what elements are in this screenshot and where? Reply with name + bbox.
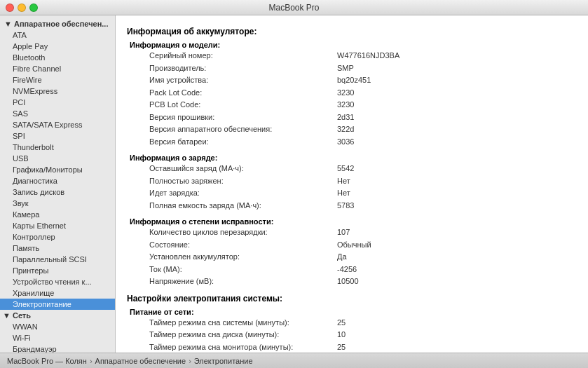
sidebar-item-pci[interactable]: PCI <box>0 97 115 108</box>
model-label-4: PCB Lot Code: <box>127 99 337 111</box>
charge-row-2: Идет зарядка: Нет <box>127 187 577 200</box>
ac-row-0: Таймер режима сна системы (минуты): 25 <box>127 317 577 329</box>
health-value-0: 107 <box>337 226 350 238</box>
sidebar-item-spi[interactable]: SPI <box>0 130 115 142</box>
health-label-4: Напряжение (мВ): <box>127 275 337 287</box>
sidebar-item-controller[interactable]: Контроллер <box>0 231 115 243</box>
close-button[interactable] <box>6 4 14 12</box>
sidebar-item-sas[interactable]: SAS <box>0 108 115 119</box>
health-row-2: Установлен аккумулятор: Да <box>127 251 577 264</box>
health-row-4: Напряжение (мВ): 10500 <box>127 275 577 288</box>
sidebar-item-sata[interactable]: SATA/SATA Express <box>0 119 115 130</box>
model-value-6: 322d <box>337 123 354 135</box>
model-label-7: Версия батареи: <box>127 136 337 148</box>
sidebar-item-ata[interactable]: ATA <box>0 29 115 41</box>
model-sub-title: Информация о модели: <box>127 41 577 49</box>
window-title: MacBook Pro <box>268 3 319 13</box>
sidebar-item-parallel[interactable]: Параллельный SCSI <box>0 254 115 265</box>
charge-label-2: Идет зарядка: <box>127 187 337 199</box>
model-value-7: 3036 <box>337 136 354 148</box>
sidebar-item-sound[interactable]: Звук <box>0 198 115 209</box>
model-row-1: Производитель: SMP <box>127 62 577 75</box>
charge-value-3: 5783 <box>337 200 354 212</box>
model-label-2: Имя устройства: <box>127 74 337 86</box>
sidebar-item-firewire[interactable]: FireWire <box>0 74 115 86</box>
ac-block: Питание от сети: Таймер режима сна систе… <box>127 308 577 353</box>
model-label-5: Версия прошивки: <box>127 111 337 123</box>
breadcrumb-item-0: MacBook Pro — Колян <box>7 357 87 365</box>
health-block: Информация о степени исправности: Количе… <box>127 217 577 288</box>
health-value-2: Да <box>337 251 347 263</box>
main-container: ▼ Аппаратное обеспечен... ATA Apple Pay … <box>0 15 588 353</box>
sidebar-item-memory[interactable]: Память <box>0 243 115 254</box>
power-section-title: Настройки электропитания системы: <box>127 294 577 304</box>
sidebar-item-ethernet[interactable]: Карты Ethernet <box>0 220 115 231</box>
breadcrumb-item-1: Аппаратное обеспечение <box>95 357 186 365</box>
hardware-section-header[interactable]: ▼ Аппаратное обеспечен... <box>0 18 115 29</box>
battery-section-title: Информация об аккумуляторе: <box>127 27 577 36</box>
sidebar-item-storage[interactable]: Хранилище <box>0 287 115 299</box>
sidebar-item-wwan[interactable]: WWAN <box>0 321 115 332</box>
ac-row-2: Таймер режима сна монитора (минуты): 25 <box>127 341 577 353</box>
sidebar-item-graphics[interactable]: Графика/Мониторы <box>0 164 115 175</box>
sidebar-item-usb[interactable]: USB <box>0 153 115 164</box>
health-label-0: Количество циклов перезарядки: <box>127 226 337 238</box>
sidebar-item-diagnostics[interactable]: Диагностика <box>0 175 115 186</box>
charge-value-2: Нет <box>337 187 350 199</box>
sidebar-item-nvme[interactable]: NVMExpress <box>0 86 115 97</box>
health-value-1: Обычный <box>337 239 371 251</box>
charge-value-0: 5542 <box>337 163 354 175</box>
sidebar-item-disc[interactable]: Запись дисков <box>0 186 115 198</box>
model-row-4: PCB Lot Code: 3230 <box>127 99 577 111</box>
health-row-3: Ток (MA): -4256 <box>127 264 577 276</box>
ac-label-1: Таймер режима сна диска (минуты): <box>127 329 337 341</box>
model-row-7: Версия батареи: 3036 <box>127 136 577 149</box>
health-row-1: Состояние: Обычный <box>127 239 577 252</box>
charge-block: Информация о заряде: Оставшийся заряд (М… <box>127 154 577 212</box>
sidebar-item-thunderbolt[interactable]: Thunderbolt <box>0 142 115 153</box>
sidebar-item-wifi[interactable]: Wi-Fi <box>0 332 115 343</box>
model-label-1: Производитель: <box>127 62 337 74</box>
model-row-5: Версия прошивки: 2d31 <box>127 111 577 124</box>
breadcrumb-sep-0: › <box>90 357 93 365</box>
ac-value-1: 10 <box>337 329 346 341</box>
model-value-0: W477616NJD3BA <box>337 50 399 62</box>
sidebar-item-printers[interactable]: Принтеры <box>0 265 115 276</box>
charge-row-1: Полностью заряжен: Нет <box>127 175 577 188</box>
health-sub-title: Информация о степени исправности: <box>127 217 577 226</box>
sidebar-item-card-reader[interactable]: Устройство чтения к... <box>0 276 115 287</box>
charge-row-0: Оставшийся заряд (МА·ч): 5542 <box>127 163 577 175</box>
model-value-2: bq20z451 <box>337 74 371 86</box>
health-label-1: Состояние: <box>127 239 337 251</box>
model-label-6: Версия аппаратного обеспечения: <box>127 123 337 135</box>
ac-sub-title: Питание от сети: <box>127 308 577 316</box>
sidebar-item-firewall[interactable]: Брандмауэр <box>0 343 115 353</box>
sidebar-item-apple-pay[interactable]: Apple Pay <box>0 41 115 52</box>
charge-sub-title: Информация о заряде: <box>127 154 577 162</box>
sidebar-item-power[interactable]: Электропитание <box>0 299 115 310</box>
charge-label-1: Полностью заряжен: <box>127 175 337 187</box>
model-value-5: 2d31 <box>337 111 354 123</box>
ac-row-1: Таймер режима сна диска (минуты): 10 <box>127 329 577 341</box>
ac-label-2: Таймер режима сна монитора (минуты): <box>127 341 337 353</box>
maximize-button[interactable] <box>29 4 38 12</box>
charge-row-3: Полная емкость заряда (МА·ч): 5783 <box>127 200 577 212</box>
breadcrumb-sep-1: › <box>189 357 191 365</box>
charge-label-0: Оставшийся заряд (МА·ч): <box>127 163 337 175</box>
model-row-2: Имя устройства: bq20z451 <box>127 74 577 87</box>
network-section-header[interactable]: ▼ Сеть <box>0 310 115 321</box>
sidebar-item-bluetooth[interactable]: Bluetooth <box>0 52 115 63</box>
titlebar: MacBook Pro <box>0 0 588 15</box>
health-value-3: -4256 <box>337 264 357 275</box>
ac-value-2: 25 <box>337 341 346 353</box>
sidebar: ▼ Аппаратное обеспечен... ATA Apple Pay … <box>0 15 116 353</box>
sidebar-item-camera[interactable]: Камера <box>0 209 115 220</box>
bottombar: MacBook Pro — Колян › Аппаратное обеспеч… <box>0 353 588 368</box>
model-row-3: Pack Lot Code: 3230 <box>127 87 577 100</box>
minimize-button[interactable] <box>18 4 26 12</box>
model-value-3: 3230 <box>337 87 354 99</box>
sidebar-item-fibre[interactable]: Fibre Channel <box>0 63 115 74</box>
model-value-1: SMP <box>337 62 354 74</box>
ac-value-0: 25 <box>337 317 346 329</box>
model-row-0: Серийный номер: W477616NJD3BA <box>127 50 577 62</box>
